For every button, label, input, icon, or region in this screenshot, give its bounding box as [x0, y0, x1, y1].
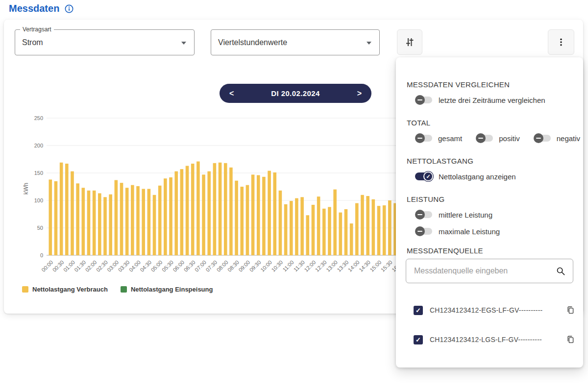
contract-type-label: Vertragsart	[20, 26, 54, 33]
date-navigator: < DI 20.02.2024 >	[220, 84, 371, 103]
legend-item-einspeisung: Nettolastgang Einspeisung	[121, 286, 213, 293]
toggle-label: mittlere Leistung	[439, 211, 492, 219]
section-messdaten-vergleichen: MESSDATEN VERGLEICHEN	[407, 80, 510, 89]
toggle-label: letzte drei Zeiträume vergleichen	[439, 96, 545, 104]
toggle-row-nettolastgang: Nettolastgang anzeigen	[415, 172, 516, 181]
interval-value: Viertelstundenwerte	[218, 38, 287, 47]
maximale-leistung-toggle[interactable]	[415, 226, 433, 236]
toggle-row-maximale-leistung: maximale Leistung	[415, 226, 500, 236]
legend-item-verbrauch: Nettolastgang Verbrauch	[22, 286, 108, 293]
contract-type-select[interactable]: Vertragsart Strom	[15, 29, 195, 55]
einspeisung-label: Nettolastgang Einspeisung	[131, 286, 213, 293]
nettolastgang-anzeigen-toggle[interactable]	[415, 172, 433, 181]
section-nettolastgang: NETTOLASTGANG	[407, 157, 473, 165]
prev-day-button[interactable]: <	[229, 90, 234, 98]
chevron-down-icon	[181, 42, 186, 45]
total-gesamt-toggle[interactable]	[415, 133, 433, 143]
chevron-down-icon	[367, 42, 371, 45]
kebab-menu-icon	[556, 37, 566, 47]
current-date-label: DI 20.02.2024	[271, 89, 319, 98]
toggle-row-vergleichen: letzte drei Zeiträume vergleichen	[415, 95, 545, 105]
source-search-box	[406, 259, 573, 283]
verbrauch-label: Nettolastgang Verbrauch	[32, 286, 108, 293]
section-leistung: LEISTUNG	[407, 195, 444, 203]
source-search-input[interactable]	[414, 267, 550, 275]
search-icon[interactable]	[555, 266, 566, 276]
copy-button[interactable]	[565, 335, 575, 344]
chart-settings-panel: MESSDATEN VERGLEICHEN letzte drei Zeiträ…	[396, 57, 583, 368]
toggle-label: maximale Leistung	[439, 227, 500, 236]
copy-icon	[566, 306, 575, 315]
mittlere-leistung-toggle[interactable]	[415, 210, 433, 220]
total-negativ-toggle[interactable]	[534, 133, 552, 143]
section-messdatenquelle: MESSDATENQUELLE	[407, 246, 483, 255]
toggle-row-total: gesamt positiv negativ	[415, 133, 580, 143]
compare-periods-toggle[interactable]	[415, 95, 433, 105]
section-total: TOTAL	[407, 119, 430, 127]
page-header: Messdaten	[9, 3, 74, 14]
copy-button[interactable]	[565, 305, 575, 315]
next-day-button[interactable]: >	[357, 90, 362, 98]
toggle-row-mittlere-leistung: mittlere Leistung	[415, 210, 492, 220]
source-row: ✓ CH1234123412-LGS-LF-GV----------	[414, 335, 575, 344]
toggle-label: gesamt	[438, 134, 462, 143]
more-options-button[interactable]	[548, 29, 574, 55]
tune-icon	[404, 36, 416, 48]
toggle-label: negativ	[557, 134, 580, 143]
info-icon[interactable]	[64, 4, 74, 14]
verbrauch-swatch	[22, 286, 28, 293]
total-positiv-toggle[interactable]	[476, 133, 494, 143]
contract-type-value: Strom	[22, 38, 43, 47]
interval-select[interactable]: Viertelstundenwerte	[211, 29, 380, 55]
chart-settings-button[interactable]	[397, 29, 422, 55]
source-row: ✓ CH1234123412-EGS-LF-GV----------	[414, 305, 575, 315]
page-title: Messdaten	[9, 3, 59, 14]
source-checkbox[interactable]: ✓	[414, 306, 423, 315]
einspeisung-swatch	[121, 286, 127, 293]
source-checkbox[interactable]: ✓	[414, 335, 423, 344]
chart-legend: Nettolastgang Verbrauch Nettolastgang Ei…	[22, 286, 213, 293]
source-id: CH1234123412-EGS-LF-GV----------	[430, 306, 559, 314]
toggle-label: Nettolastgang anzeigen	[439, 172, 516, 181]
toggle-label: positiv	[499, 134, 520, 143]
copy-icon	[566, 335, 575, 344]
source-id: CH1234123412-LGS-LF-GV----------	[430, 336, 559, 343]
